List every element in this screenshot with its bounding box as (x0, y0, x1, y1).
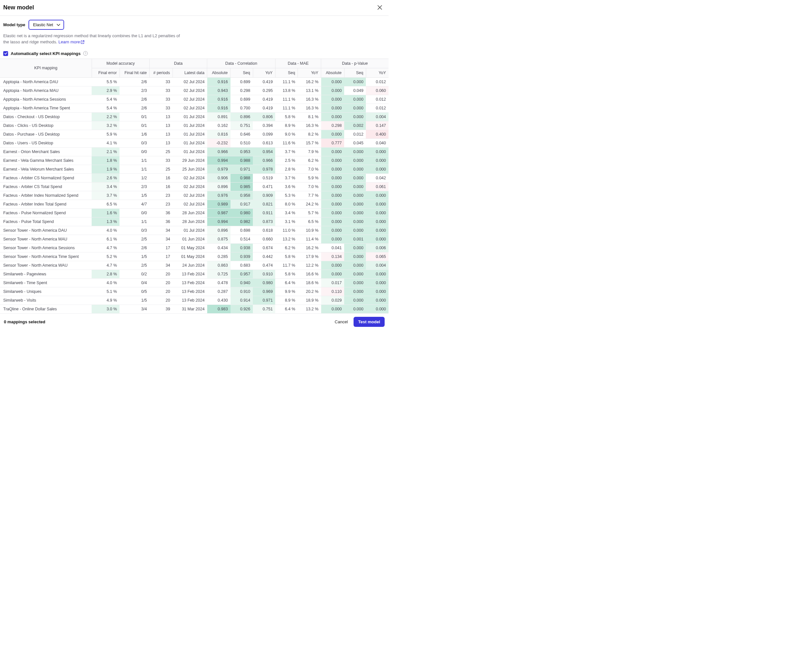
cell-ld: 01 Jun 2024 (173, 235, 207, 243)
cell-my: 13.2 % (298, 305, 321, 313)
table-row[interactable]: Sensor Tower - North America Sessions4.7… (0, 243, 388, 252)
cell-ms: 8.9 % (275, 121, 297, 130)
auto-kpi-label: Automatically select KPI mappings (11, 51, 81, 56)
cell-pa: 0.000 (321, 261, 345, 270)
cell-kpi: Facteus - Arbiter CS Total Spend (0, 182, 92, 191)
cell-ms: 13.2 % (275, 235, 297, 243)
learn-more-link[interactable]: Learn more (59, 40, 84, 45)
cell-ps: 0.000 (344, 112, 366, 121)
col-kpi[interactable]: KPI mapping (0, 59, 92, 77)
cell-my: 20.2 % (298, 287, 321, 296)
cell-ps: 0.000 (344, 305, 366, 313)
table-row[interactable]: Datos - Purchase - US Desktop5.9 %1/6130… (0, 130, 388, 138)
auto-kpi-checkbox[interactable] (3, 51, 8, 56)
table-row[interactable]: Facteus - Arbiter CS Normalized Spend2.6… (0, 173, 388, 182)
table-row[interactable]: Similarweb - Time Spent4.0 %0/42013 Feb … (0, 278, 388, 287)
table-row[interactable]: Datos - Clicks - US Desktop3.2 %0/11301 … (0, 121, 388, 130)
col-final-error[interactable]: Final error (92, 68, 119, 77)
cell-my: 5.7 % (298, 208, 321, 217)
cell-ps: 0.000 (344, 261, 366, 270)
cell-fe: 2.2 % (92, 112, 119, 121)
cell-ps: 0.012 (344, 130, 366, 138)
table-row[interactable]: Facteus - Pulse Normalized Spend1.6 %0/0… (0, 208, 388, 217)
table-row[interactable]: TraQline - Online Dollar Sales3.0 %3/439… (0, 305, 388, 313)
col-n-periods[interactable]: # periods (150, 68, 173, 77)
cell-np: 34 (150, 235, 173, 243)
cell-py: 0.061 (366, 182, 388, 191)
cell-cs: 0.988 (231, 156, 253, 165)
col-latest-data[interactable]: Latest data (173, 68, 207, 77)
cell-py: 0.000 (366, 287, 388, 296)
cell-np: 13 (150, 121, 173, 130)
col-p-yoy[interactable]: YoY (366, 68, 388, 77)
cell-ca: 0.916 (207, 104, 231, 112)
cell-ca: 0.987 (207, 208, 231, 217)
cell-cy: 0.966 (253, 156, 275, 165)
cell-ca: 0.994 (207, 217, 231, 226)
cancel-button[interactable]: Cancel (333, 318, 349, 326)
cell-ms: 3.7 % (275, 147, 297, 156)
cell-ca: 0.906 (207, 173, 231, 182)
table-row[interactable]: Facteus - Pulse Total Spend1.3 %1/13628 … (0, 217, 388, 226)
cell-my: 7.7 % (298, 191, 321, 199)
cell-fhr: 3/4 (119, 305, 150, 313)
cell-fe: 2.9 % (92, 86, 119, 95)
col-corr-abs[interactable]: Absolute (207, 68, 231, 77)
cell-ms: 5.8 % (275, 112, 297, 121)
col-mae-seq[interactable]: Seq (275, 68, 297, 77)
cell-cy: 0.910 (253, 270, 275, 278)
cell-ld: 01 Jul 2024 (173, 226, 207, 235)
cell-fhr: 2/6 (119, 243, 150, 252)
cell-ms: 9.9 % (275, 287, 297, 296)
col-mae-yoy[interactable]: YoY (298, 68, 321, 77)
table-row[interactable]: Earnest - Orion Merchant Sales2.1 %0/025… (0, 147, 388, 156)
table-row[interactable]: Sensor Tower - North America Time Spent5… (0, 252, 388, 261)
cell-fe: 4.0 % (92, 278, 119, 287)
cell-ld: 01 May 2024 (173, 252, 207, 261)
cell-py: 0.000 (366, 165, 388, 173)
table-row[interactable]: Apptopia - North America MAU2.9 %2/33302… (0, 86, 388, 95)
help-icon[interactable]: ? (83, 51, 88, 56)
cell-cy: 0.419 (253, 104, 275, 112)
test-model-button[interactable]: Test model (353, 317, 385, 327)
close-button[interactable] (376, 4, 383, 11)
table-row[interactable]: Earnest - Vela Gamma Merchant Sales1.8 %… (0, 156, 388, 165)
col-final-hit-rate[interactable]: Final hit rate (119, 68, 150, 77)
model-type-select[interactable]: Elastic Net (28, 20, 64, 30)
cell-ps: 0.000 (344, 252, 366, 261)
col-corr-seq[interactable]: Seq (231, 68, 253, 77)
table-row[interactable]: Earnest - Vela Velorum Merchant Sales1.9… (0, 165, 388, 173)
table-row[interactable]: Sensor Tower - North America MAU6.1 %2/5… (0, 235, 388, 243)
table-row[interactable]: Apptopia - North America Sessions5.4 %2/… (0, 95, 388, 104)
table-row[interactable]: Facteus - Arbiter Index Normalized Spend… (0, 191, 388, 199)
cell-ps: 0.000 (344, 287, 366, 296)
cell-py: 0.000 (366, 191, 388, 199)
cell-np: 13 (150, 138, 173, 147)
group-accuracy: Model accuracy (92, 59, 149, 68)
cell-ld: 02 Jul 2024 (173, 173, 207, 182)
cell-cy: 0.442 (253, 252, 275, 261)
table-row[interactable]: Facteus - Arbiter Index Total Spend6.5 %… (0, 199, 388, 208)
table-row[interactable]: Apptopia - North America Time Spent5.4 %… (0, 104, 388, 112)
cell-fe: 5.4 % (92, 104, 119, 112)
cell-ps: 0.000 (344, 270, 366, 278)
col-corr-yoy[interactable]: YoY (253, 68, 275, 77)
cell-cs: 0.510 (231, 138, 253, 147)
table-row[interactable]: Facteus - Arbiter CS Total Spend3.4 %2/3… (0, 182, 388, 191)
table-row[interactable]: Similarweb - Uniques5.1 %0/52013 Feb 202… (0, 287, 388, 296)
table-row[interactable]: Datos - Users - US Desktop4.1 %0/31301 J… (0, 138, 388, 147)
col-p-seq[interactable]: Seq (344, 68, 366, 77)
cell-py: 0.000 (366, 278, 388, 287)
table-row[interactable]: Sensor Tower - North America DAU4.0 %0/3… (0, 226, 388, 235)
table-row[interactable]: Sensor Tower - North America WAU4.7 %2/5… (0, 261, 388, 270)
table-row[interactable]: Similarweb - Pageviews2.8 %0/22013 Feb 2… (0, 270, 388, 278)
table-row[interactable]: Datos - Checkout - US Desktop2.2 %0/1130… (0, 112, 388, 121)
cell-np: 25 (150, 147, 173, 156)
table-row[interactable]: Similarweb - Visits4.9 %1/52013 Feb 2024… (0, 296, 388, 305)
cell-py: 0.000 (366, 217, 388, 226)
col-p-abs[interactable]: Absolute (321, 68, 345, 77)
cell-cy: 0.419 (253, 77, 275, 86)
table-row[interactable]: Apptopia - North America DAU5.5 %2/63302… (0, 77, 388, 86)
cell-fe: 2.8 % (92, 270, 119, 278)
cell-py: 0.012 (366, 77, 388, 86)
